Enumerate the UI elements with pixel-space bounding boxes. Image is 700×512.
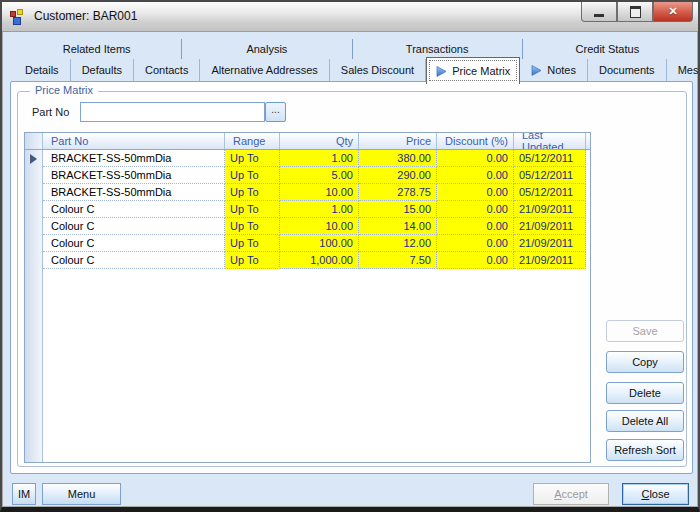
column-header-last-updated[interactable]: Last Updated <box>514 133 586 149</box>
cell-last-updated[interactable]: 05/12/2011 <box>514 150 586 167</box>
delete-all-button[interactable]: Delete All <box>606 410 684 432</box>
cell-range[interactable]: Up To <box>225 252 280 269</box>
cell-last-updated[interactable]: 21/09/2011 <box>514 252 586 269</box>
cell-price[interactable]: 7.50 <box>359 252 437 269</box>
column-header-part-no[interactable]: Part No <box>43 133 225 149</box>
part-no-input[interactable] <box>80 102 265 122</box>
cell-last-updated[interactable]: 05/12/2011 <box>514 184 586 201</box>
cell-range[interactable]: Up To <box>225 167 280 184</box>
cell-price[interactable]: 278.75 <box>359 184 437 201</box>
table-row[interactable]: Colour CUp To1,000.007.500.0021/09/2011 <box>43 252 590 269</box>
title-bar[interactable]: Customer: BAR001 ✕ <box>2 2 698 32</box>
table-row[interactable]: BRACKET-SS-50mmDiaUp To10.00278.750.0005… <box>43 184 590 201</box>
cell-qty[interactable]: 1.00 <box>280 201 359 218</box>
refresh-sort-button[interactable]: Refresh Sort <box>606 439 684 461</box>
cell-range[interactable]: Up To <box>225 184 280 201</box>
cell-part-no[interactable]: Colour C <box>43 252 225 269</box>
tab-sales-discount[interactable]: Sales Discount <box>330 59 426 81</box>
cell-qty[interactable]: 10.00 <box>280 184 359 201</box>
app-icon-yellow-square <box>17 9 23 15</box>
table-row[interactable]: Colour CUp To10.0014.000.0021/09/2011 <box>43 218 590 235</box>
cell-part-no[interactable]: BRACKET-SS-50mmDia <box>43 184 225 201</box>
cell-last-updated[interactable]: 21/09/2011 <box>514 201 586 218</box>
tab-group-analysis[interactable]: Analysis <box>182 39 352 59</box>
im-button[interactable]: IM <box>12 483 36 505</box>
cell-range[interactable]: Up To <box>225 235 280 252</box>
tab-price-matrix[interactable]: Price Matrix <box>426 57 520 84</box>
column-header-range[interactable]: Range <box>225 133 280 149</box>
cell-last-updated[interactable]: 05/12/2011 <box>514 167 586 184</box>
grid-header-row: Part NoRangeQtyPriceDiscount (%)Last Upd… <box>25 133 590 150</box>
tab-defaults[interactable]: Defaults <box>71 59 134 81</box>
cell-discount-[interactable]: 0.00 <box>437 150 514 167</box>
close-icon: ✕ <box>668 5 677 18</box>
cell-last-updated[interactable]: 21/09/2011 <box>514 218 586 235</box>
column-header-discount-[interactable]: Discount (%) <box>437 133 514 149</box>
tab-label: Alternative Addresses <box>211 64 317 76</box>
cell-qty[interactable]: 1.00 <box>280 150 359 167</box>
column-header-qty[interactable]: Qty <box>280 133 359 149</box>
tab-alternative-addresses[interactable]: Alternative Addresses <box>200 59 329 81</box>
window-title: Customer: BAR001 <box>34 9 137 23</box>
cell-range[interactable]: Up To <box>225 218 280 235</box>
table-row[interactable]: Colour CUp To100.0012.000.0021/09/2011 <box>43 235 590 252</box>
cell-price[interactable]: 12.00 <box>359 235 437 252</box>
cell-range[interactable]: Up To <box>225 201 280 218</box>
cell-qty[interactable]: 1,000.00 <box>280 252 359 269</box>
tab-documents[interactable]: Documents <box>588 59 667 81</box>
table-row[interactable]: BRACKET-SS-50mmDiaUp To5.00290.000.0005/… <box>43 167 590 184</box>
tab-indicator-triangle-icon <box>531 65 542 76</box>
part-no-browse-button[interactable]: ... <box>265 102 286 122</box>
cell-range[interactable]: Up To <box>225 150 280 167</box>
accept-button[interactable]: Accept <box>533 483 609 505</box>
cell-discount-[interactable]: 0.00 <box>437 201 514 218</box>
cell-price[interactable]: 290.00 <box>359 167 437 184</box>
tab-notes[interactable]: Notes <box>520 59 588 81</box>
tab-indicator-triangle-icon <box>436 66 447 77</box>
grid-row-header-column <box>25 150 43 462</box>
cell-part-no[interactable]: BRACKET-SS-50mmDia <box>43 150 225 167</box>
tab-messages[interactable]: Messages <box>667 59 700 81</box>
minimize-button[interactable] <box>581 2 617 22</box>
cell-part-no[interactable]: Colour C <box>43 201 225 218</box>
cell-qty[interactable]: 5.00 <box>280 167 359 184</box>
cell-discount-[interactable]: 0.00 <box>437 252 514 269</box>
tab-label: Details <box>25 64 59 76</box>
table-row[interactable]: BRACKET-SS-50mmDiaUp To1.00380.000.0005/… <box>43 150 590 167</box>
price-matrix-grid: Part NoRangeQtyPriceDiscount (%)Last Upd… <box>24 132 591 463</box>
tab-group-transactions[interactable]: Transactions <box>353 39 523 59</box>
delete-button[interactable]: Delete <box>606 382 684 404</box>
table-row[interactable]: Colour CUp To1.0015.000.0021/09/2011 <box>43 201 590 218</box>
app-icon <box>10 9 26 25</box>
close-window-button[interactable]: ✕ <box>653 2 693 22</box>
cell-price[interactable]: 14.00 <box>359 218 437 235</box>
cell-discount-[interactable]: 0.00 <box>437 167 514 184</box>
tab-details[interactable]: Details <box>14 59 71 81</box>
tab-group-related-items[interactable]: Related Items <box>12 39 182 59</box>
save-button[interactable]: Save <box>606 320 684 342</box>
tab-group-row: Related ItemsAnalysisTransactionsCredit … <box>12 39 692 59</box>
cell-part-no[interactable]: Colour C <box>43 235 225 252</box>
copy-button[interactable]: Copy <box>606 351 684 373</box>
restore-icon <box>630 6 641 18</box>
cell-discount-[interactable]: 0.00 <box>437 235 514 252</box>
tab-group-credit-status[interactable]: Credit Status <box>523 39 692 59</box>
menu-button[interactable]: Menu <box>42 483 121 505</box>
grid-corner-cell[interactable] <box>25 133 43 149</box>
cell-part-no[interactable]: BRACKET-SS-50mmDia <box>43 167 225 184</box>
column-header-price[interactable]: Price <box>359 133 437 149</box>
tab-contacts[interactable]: Contacts <box>134 59 200 81</box>
groupbox-title: Price Matrix <box>30 84 98 96</box>
close-button[interactable]: Close <box>622 483 689 505</box>
cell-price[interactable]: 15.00 <box>359 201 437 218</box>
tab-label: Notes <box>547 64 576 76</box>
restore-button[interactable] <box>617 2 653 22</box>
cell-discount-[interactable]: 0.00 <box>437 218 514 235</box>
cell-qty[interactable]: 100.00 <box>280 235 359 252</box>
cell-last-updated[interactable]: 21/09/2011 <box>514 235 586 252</box>
cell-discount-[interactable]: 0.00 <box>437 184 514 201</box>
app-icon-blue-square <box>13 17 21 25</box>
cell-qty[interactable]: 10.00 <box>280 218 359 235</box>
cell-part-no[interactable]: Colour C <box>43 218 225 235</box>
cell-price[interactable]: 380.00 <box>359 150 437 167</box>
